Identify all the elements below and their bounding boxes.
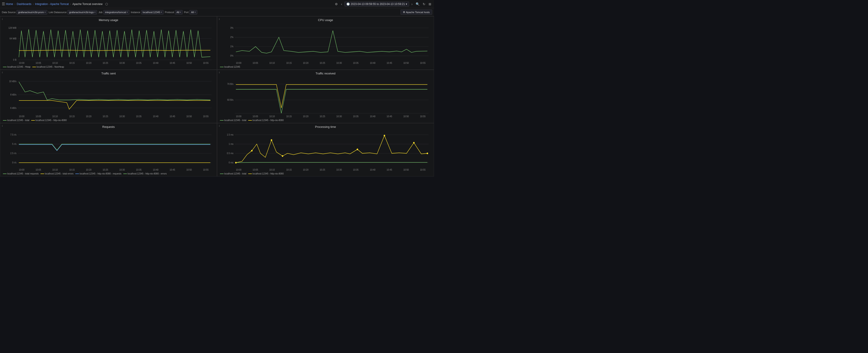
svg-text:10:55: 10:55 <box>203 62 209 64</box>
next-time-button[interactable]: › <box>410 1 413 7</box>
traffic-received-title: Traffic received <box>220 72 431 75</box>
integration-link[interactable]: Integration - Apache Tomcat <box>35 2 69 6</box>
legend-rcv-total: localhost:12345 - total <box>220 119 246 122</box>
svg-text:10:15: 10:15 <box>286 62 292 64</box>
svg-text:6 kB/s: 6 kB/s <box>10 106 17 109</box>
expand-button[interactable]: ⊞ <box>428 1 432 7</box>
svg-text:10:35: 10:35 <box>136 115 142 118</box>
processing-time-panel: i Processing time 1.5 ms 1 ms 0.5 ms 0 m… <box>217 123 434 176</box>
svg-text:10:15: 10:15 <box>69 115 75 118</box>
legend-nonheap: localhost:12345 - NonHeap <box>32 66 64 68</box>
loki-value: grafanacloud-k3d-logs <box>69 11 94 13</box>
job-select[interactable]: integrations/tomcat ▾ <box>103 10 129 14</box>
svg-point-115 <box>251 150 253 151</box>
proc-nio-label: localhost:12345 - http-nio-8080 <box>252 172 284 175</box>
svg-text:10:55: 10:55 <box>420 115 426 118</box>
svg-text:10:25: 10:25 <box>102 62 108 64</box>
svg-text:10:45: 10:45 <box>170 168 175 171</box>
svg-text:0%: 0% <box>230 55 234 57</box>
chevron-down-icon: ▾ <box>127 11 128 13</box>
port-value: All <box>191 11 194 13</box>
datasource-select[interactable]: grafanacloud-k3d-prom ▾ <box>17 10 47 14</box>
requests-legend: localhost:12345 - total requests localho… <box>3 172 214 175</box>
svg-point-116 <box>271 139 273 141</box>
svg-text:10:40: 10:40 <box>153 115 159 118</box>
svg-text:5 r/s: 5 r/s <box>12 143 17 145</box>
svg-text:10:35: 10:35 <box>353 115 359 118</box>
svg-text:10:50: 10:50 <box>186 115 192 118</box>
svg-text:10:25: 10:25 <box>319 115 325 118</box>
loki-select[interactable]: grafanacloud-k3d-logs ▾ <box>67 10 97 14</box>
dashboards-link[interactable]: Dashboards <box>17 2 31 6</box>
job-value: integrations/tomcat <box>105 11 126 13</box>
req-total-color <box>3 173 6 174</box>
legend-req-nio-req: localhost:12345 - http-nio-8080 - reques… <box>75 172 122 175</box>
port-filter: Port All ▾ <box>184 10 197 14</box>
time-range-picker[interactable]: 🕐 2023-04-13 09:59:55 to 2023-04-13 10:5… <box>344 2 409 6</box>
svg-text:10:35: 10:35 <box>136 62 142 64</box>
memory-usage-panel: i Memory usage 128 MiB 64 MiB 0 B 10:00 … <box>0 16 217 70</box>
protocol-filter: Protocol All ▾ <box>165 10 183 14</box>
svg-text:0 r/s: 0 r/s <box>12 161 17 164</box>
svg-text:10:20: 10:20 <box>303 62 309 64</box>
legend-proc-total: localhost:12345 - total <box>220 172 246 175</box>
svg-text:10:35: 10:35 <box>136 168 142 171</box>
svg-text:10:30: 10:30 <box>119 115 125 118</box>
sep3: › <box>70 2 71 6</box>
protocol-label: Protocol <box>165 11 174 13</box>
refresh-button[interactable]: ↻ <box>422 1 426 7</box>
loki-filter: Loki Datasource grafanacloud-k3d-logs ▾ <box>49 10 97 14</box>
topbar-right: ⚙ ‹ 🕐 2023-04-13 09:59:55 to 2023-04-13 … <box>334 1 432 7</box>
protocol-value: All <box>177 11 179 13</box>
protocol-select[interactable]: All ▾ <box>175 10 183 14</box>
memory-usage-chart: 128 MiB 64 MiB 0 B 10:00 10:05 10:10 10:… <box>3 23 214 65</box>
instance-select[interactable]: localhost:12345 ▾ <box>141 10 164 14</box>
svg-text:10 kB/s: 10 kB/s <box>9 80 16 83</box>
legend-total: localhost:12345 - total <box>3 119 29 122</box>
total-label: localhost:12345 - total <box>7 119 29 122</box>
traffic-received-chart: 70 B/s 60 B/s 10:00 10:05 10:10 10:15 10… <box>220 76 431 119</box>
svg-text:10:40: 10:40 <box>153 62 159 64</box>
proc-total-color <box>220 173 223 174</box>
svg-text:60 B/s: 60 B/s <box>227 99 234 101</box>
cpu-color <box>220 67 223 67</box>
instance-label: Instance <box>131 11 140 13</box>
svg-text:10:45: 10:45 <box>387 168 392 171</box>
filter-toolbar: Data Source grafanacloud-k3d-prom ▾ Loki… <box>0 8 434 16</box>
settings-button[interactable]: ⚙ <box>334 1 339 7</box>
svg-text:8 kB/s: 8 kB/s <box>10 93 17 96</box>
dashboard-grid: i Memory usage 128 MiB 64 MiB 0 B 10:00 … <box>0 16 434 176</box>
port-select[interactable]: All ▾ <box>189 10 197 14</box>
sep1: › <box>14 2 16 6</box>
datasource-value: grafanacloud-k3d-prom <box>18 11 44 13</box>
svg-text:10:55: 10:55 <box>203 168 209 171</box>
svg-text:3%: 3% <box>230 27 234 29</box>
svg-text:10:45: 10:45 <box>170 115 175 118</box>
traffic-sent-title: Traffic sent <box>3 72 214 75</box>
rcv-nio-label: localhost:12345 - http-nio-8080 <box>252 119 284 122</box>
zoom-button[interactable]: 🔍 <box>415 1 421 7</box>
job-filter: Job integrations/tomcat ▾ <box>98 10 129 14</box>
prev-time-button[interactable]: ‹ <box>340 1 343 7</box>
loki-label: Loki Datasource <box>49 11 67 13</box>
svg-text:0 ms: 0 ms <box>229 161 234 164</box>
share-button[interactable]: ⬡ <box>105 2 108 6</box>
req-errors-label: localhost:12345 - total errors <box>45 172 73 175</box>
svg-text:2%: 2% <box>230 36 234 38</box>
cpu-usage-title: CPU usage <box>220 18 431 22</box>
svg-point-119 <box>384 135 385 136</box>
svg-text:1 ms: 1 ms <box>229 143 234 145</box>
svg-text:128 MiB: 128 MiB <box>8 27 17 29</box>
svg-text:10:50: 10:50 <box>403 115 409 118</box>
chevron-down-icon: ▾ <box>44 11 46 13</box>
time-range-value: 2023-04-13 09:59:55 to 2023-04-13 10:59:… <box>351 2 405 6</box>
apache-hosts-button[interactable]: ⊞ Apache Tomcat hosts <box>401 9 432 15</box>
menu-icon[interactable]: ☰ <box>2 2 5 6</box>
home-link[interactable]: Home <box>6 2 13 6</box>
svg-text:10:20: 10:20 <box>303 115 309 118</box>
port-label: Port <box>184 11 188 13</box>
chevron-down-icon: ▾ <box>180 11 181 13</box>
cpu-usage-panel: i CPU usage 3% 2% 1% 0% 10:00 10:05 10:1… <box>217 16 434 70</box>
svg-text:10:40: 10:40 <box>370 168 376 171</box>
svg-text:0 B: 0 B <box>13 59 17 61</box>
